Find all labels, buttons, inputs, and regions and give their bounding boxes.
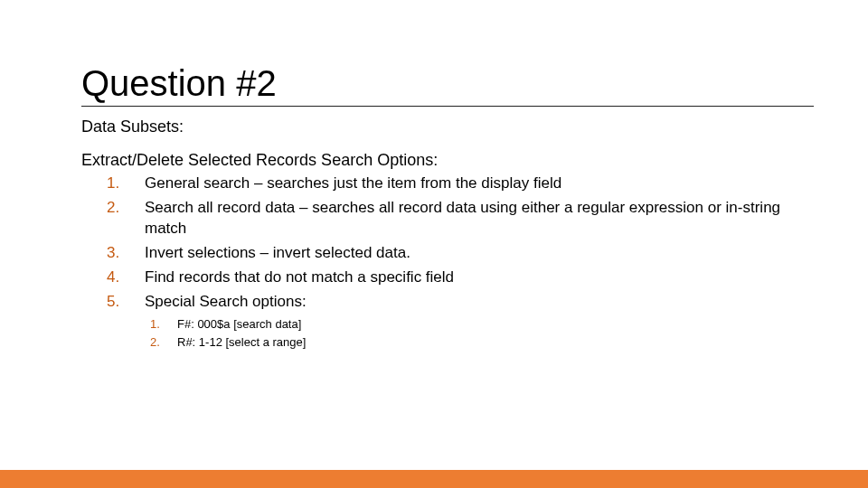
list-item: Search all record data – searches all re… bbox=[118, 198, 814, 239]
list-item: General search – searches just the item … bbox=[118, 174, 814, 194]
slide: Question #2 Data Subsets: Extract/Delete… bbox=[0, 0, 868, 488]
heading-data-subsets: Data Subsets: bbox=[81, 117, 814, 136]
list-item: Find records that do not match a specifi… bbox=[118, 267, 814, 288]
main-list: General search – searches just the item … bbox=[81, 174, 814, 313]
sub-list-item: R#: 1-12 [select a range] bbox=[150, 334, 814, 351]
footer-accent-bar bbox=[0, 470, 868, 488]
slide-content: Question #2 Data Subsets: Extract/Delete… bbox=[0, 0, 868, 351]
sub-list: F#: 000$a [search data] R#: 1-12 [select… bbox=[81, 316, 814, 351]
slide-title: Question #2 bbox=[81, 63, 814, 107]
heading-search-options: Extract/Delete Selected Records Search O… bbox=[81, 151, 814, 170]
sub-list-item: F#: 000$a [search data] bbox=[150, 316, 814, 333]
list-item: Invert selections – invert selected data… bbox=[118, 243, 814, 264]
list-item: Special Search options: bbox=[118, 292, 814, 313]
